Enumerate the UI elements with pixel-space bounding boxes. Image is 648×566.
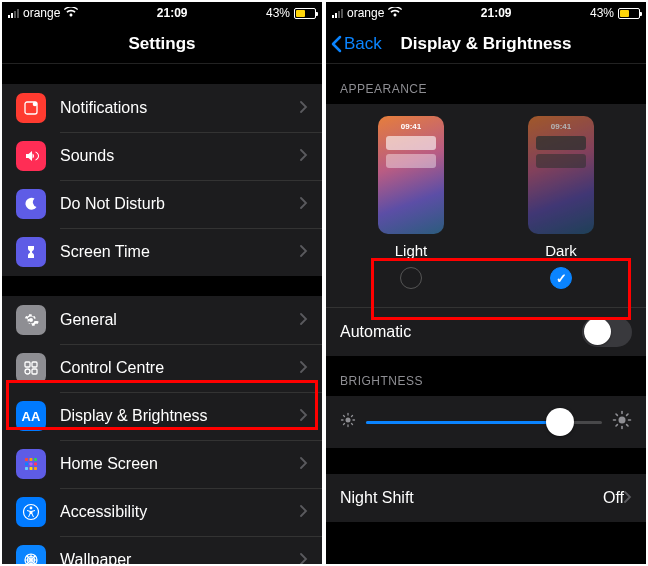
settings-row-sounds[interactable]: Sounds [2, 132, 322, 180]
svg-point-19 [346, 417, 351, 422]
svg-rect-2 [25, 362, 30, 367]
signal-bars-icon [8, 8, 19, 18]
settings-row-general[interactable]: General [2, 296, 322, 344]
wifi-icon [64, 7, 78, 19]
carrier-label: orange [347, 6, 384, 20]
gear-icon [16, 305, 46, 335]
row-label: Do Not Disturb [60, 195, 300, 213]
nav-bar: Back Display & Brightness [326, 24, 646, 64]
settings-row-accessibility[interactable]: Accessibility [2, 488, 322, 536]
automatic-toggle[interactable] [582, 317, 632, 347]
row-label: Control Centre [60, 359, 300, 377]
chevron-right-icon [300, 147, 308, 165]
chevron-right-icon [300, 99, 308, 117]
nav-bar: Settings [2, 24, 322, 64]
svg-point-1 [33, 102, 38, 107]
light-preview: 09:41 [378, 116, 444, 234]
svg-line-36 [616, 424, 617, 425]
display-brightness-icon: AA [16, 401, 46, 431]
svg-point-16 [30, 507, 33, 510]
svg-rect-11 [34, 463, 37, 466]
chevron-right-icon [300, 195, 308, 213]
brightness-slider[interactable] [366, 408, 602, 436]
settings-row-screentime[interactable]: Screen Time [2, 228, 322, 276]
svg-rect-8 [34, 458, 37, 461]
svg-line-34 [627, 424, 628, 425]
wallpaper-icon [16, 545, 46, 564]
svg-line-35 [627, 414, 628, 415]
dnd-icon [16, 189, 46, 219]
settings-group-2: General Control Centre AA Display & Brig… [2, 296, 322, 564]
brightness-row [326, 396, 646, 448]
chevron-right-icon [624, 489, 632, 507]
svg-rect-7 [30, 458, 33, 461]
night-shift-detail: Off [603, 489, 624, 507]
appearance-picker: 09:41 Light 09:41 Dark [326, 104, 646, 307]
display-brightness-screen: orange 21:09 43% Back Display & Brightne… [326, 2, 646, 564]
signal-bars-icon [332, 8, 343, 18]
svg-line-27 [344, 423, 345, 424]
row-label: Accessibility [60, 503, 300, 521]
page-title: Settings [128, 34, 195, 54]
settings-row-wallpaper[interactable]: Wallpaper [2, 536, 322, 564]
svg-rect-5 [32, 369, 37, 374]
home-screen-icon [16, 449, 46, 479]
row-label: Sounds [60, 147, 300, 165]
dark-preview: 09:41 [528, 116, 594, 234]
radio-unselected-icon [400, 267, 422, 289]
night-shift-label: Night Shift [340, 489, 603, 507]
section-header-appearance: APPEARANCE [326, 64, 646, 104]
radio-selected-icon [550, 267, 572, 289]
control-centre-icon [16, 353, 46, 383]
back-button[interactable]: Back [330, 24, 382, 63]
chevron-right-icon [300, 551, 308, 564]
svg-rect-6 [25, 458, 28, 461]
chevron-right-icon [300, 243, 308, 261]
appearance-option-light[interactable]: 09:41 Light [378, 116, 444, 289]
row-label: Display & Brightness [60, 407, 300, 425]
row-label: Notifications [60, 99, 300, 117]
svg-line-26 [352, 415, 353, 416]
sun-large-icon [612, 410, 632, 434]
back-label: Back [344, 34, 382, 54]
status-bar: orange 21:09 43% [326, 2, 646, 24]
row-label: Home Screen [60, 455, 300, 473]
svg-line-33 [616, 414, 617, 415]
chevron-right-icon [300, 359, 308, 377]
settings-screen: orange 21:09 43% Settings Notifications [2, 2, 322, 564]
svg-line-24 [344, 415, 345, 416]
chevron-right-icon [300, 455, 308, 473]
svg-point-28 [619, 416, 626, 423]
sun-small-icon [340, 412, 356, 432]
page-title: Display & Brightness [401, 34, 572, 54]
automatic-row: Automatic [326, 308, 646, 356]
row-label: Wallpaper [60, 551, 300, 564]
accessibility-icon [16, 497, 46, 527]
appearance-option-dark[interactable]: 09:41 Dark [528, 116, 594, 289]
status-time: 21:09 [157, 6, 188, 20]
settings-row-dnd[interactable]: Do Not Disturb [2, 180, 322, 228]
chevron-right-icon [300, 407, 308, 425]
light-label: Light [395, 242, 428, 259]
battery-icon [618, 8, 640, 19]
settings-row-control-centre[interactable]: Control Centre [2, 344, 322, 392]
svg-rect-4 [25, 369, 30, 374]
screentime-icon [16, 237, 46, 267]
chevron-right-icon [300, 503, 308, 521]
status-time: 21:09 [481, 6, 512, 20]
status-bar: orange 21:09 43% [2, 2, 322, 24]
dark-label: Dark [545, 242, 577, 259]
wifi-icon [388, 7, 402, 19]
svg-rect-12 [25, 467, 28, 470]
night-shift-row[interactable]: Night Shift Off [326, 474, 646, 522]
carrier-label: orange [23, 6, 60, 20]
settings-row-display-brightness[interactable]: AA Display & Brightness [2, 392, 322, 440]
svg-rect-9 [25, 463, 28, 466]
svg-rect-10 [30, 463, 33, 466]
automatic-label: Automatic [340, 323, 582, 341]
settings-row-home-screen[interactable]: Home Screen [2, 440, 322, 488]
svg-rect-14 [34, 467, 37, 470]
settings-row-notifications[interactable]: Notifications [2, 84, 322, 132]
svg-rect-3 [32, 362, 37, 367]
battery-pct: 43% [266, 6, 290, 20]
